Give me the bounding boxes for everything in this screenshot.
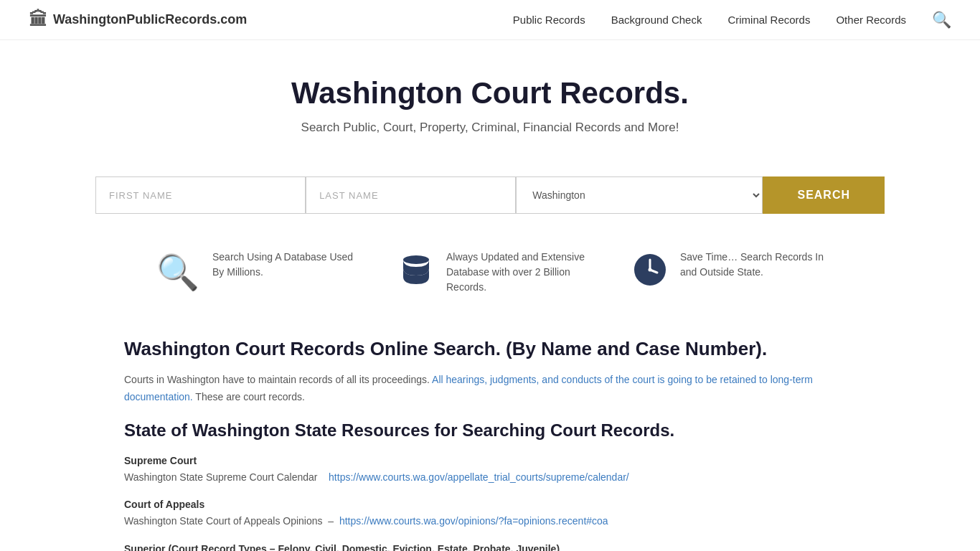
nav-public-records[interactable]: Public Records bbox=[513, 14, 585, 26]
feature-time: Save Time… Search Records In and Outside… bbox=[633, 250, 824, 294]
section2-heading: State of Washington State Resources for … bbox=[124, 420, 856, 441]
logo-icon: 🏛 bbox=[29, 9, 47, 31]
svg-point-4 bbox=[649, 268, 652, 272]
court-of-appeals-section: Court of Appeals Washington State Court … bbox=[124, 499, 856, 530]
superior-court-title: Superior (Court Record Types – Felony, C… bbox=[124, 543, 856, 551]
feature-search: 🔍 Search Using A Database Used By Millio… bbox=[156, 250, 356, 293]
section1-heading: Washington Court Records Online Search. … bbox=[124, 338, 856, 360]
search-bar: All States AlabamaAlaskaArizona Arkansas… bbox=[95, 176, 885, 214]
section1-body: Courts in Washington have to maintain re… bbox=[124, 372, 856, 406]
supreme-court-desc: Washington State Supreme Court Calendar … bbox=[124, 469, 856, 486]
navbar: 🏛 WashingtonPublicRecords.com Public Rec… bbox=[0, 0, 980, 40]
court-of-appeals-link[interactable]: https://www.courts.wa.gov/opinions/?fa=o… bbox=[339, 515, 608, 527]
page-title: Washington Court Records. bbox=[29, 76, 951, 110]
clock-icon bbox=[633, 253, 667, 294]
svg-point-0 bbox=[403, 255, 429, 264]
features-section: 🔍 Search Using A Database Used By Millio… bbox=[95, 242, 885, 331]
supreme-court-section: Supreme Court Washington State Supreme C… bbox=[124, 455, 856, 486]
court-of-appeals-title: Court of Appeals bbox=[124, 499, 856, 510]
feature-database-text: Always Updated and Extensive Database wi… bbox=[446, 250, 590, 295]
feature-time-text: Save Time… Search Records In and Outside… bbox=[680, 250, 824, 280]
site-logo[interactable]: 🏛 WashingtonPublicRecords.com bbox=[29, 9, 247, 31]
section1-link1[interactable]: All hearings, judgments, and conducts of… bbox=[432, 374, 768, 385]
nav-background-check[interactable]: Background Check bbox=[611, 14, 702, 26]
database-icon bbox=[399, 253, 433, 294]
search-database-icon: 🔍 bbox=[156, 253, 199, 293]
supreme-court-title: Supreme Court bbox=[124, 455, 856, 466]
logo-text: WashingtonPublicRecords.com bbox=[53, 12, 247, 27]
nav-criminal-records[interactable]: Criminal Records bbox=[727, 14, 810, 26]
feature-search-text: Search Using A Database Used By Millions… bbox=[212, 250, 356, 280]
main-content: Washington Court Records Online Search. … bbox=[95, 338, 885, 551]
nav-links: Public Records Background Check Criminal… bbox=[513, 11, 951, 29]
hero-subtitle: Search Public, Court, Property, Criminal… bbox=[29, 121, 951, 135]
search-button[interactable]: SEARCH bbox=[763, 176, 885, 214]
search-icon[interactable]: 🔍 bbox=[932, 11, 951, 29]
feature-database: Always Updated and Extensive Database wi… bbox=[399, 250, 590, 295]
hero-section: Washington Court Records. Search Public,… bbox=[0, 40, 980, 176]
nav-other-records[interactable]: Other Records bbox=[836, 14, 906, 26]
court-of-appeals-desc: Washington State Court of Appeals Opinio… bbox=[124, 513, 856, 530]
superior-court-section: Superior (Court Record Types – Felony, C… bbox=[124, 543, 856, 551]
first-name-input[interactable] bbox=[95, 176, 306, 214]
state-select[interactable]: All States AlabamaAlaskaArizona Arkansas… bbox=[516, 176, 763, 214]
last-name-input[interactable] bbox=[306, 176, 516, 214]
supreme-court-link[interactable]: https://www.courts.wa.gov/appellate_tria… bbox=[329, 471, 629, 483]
